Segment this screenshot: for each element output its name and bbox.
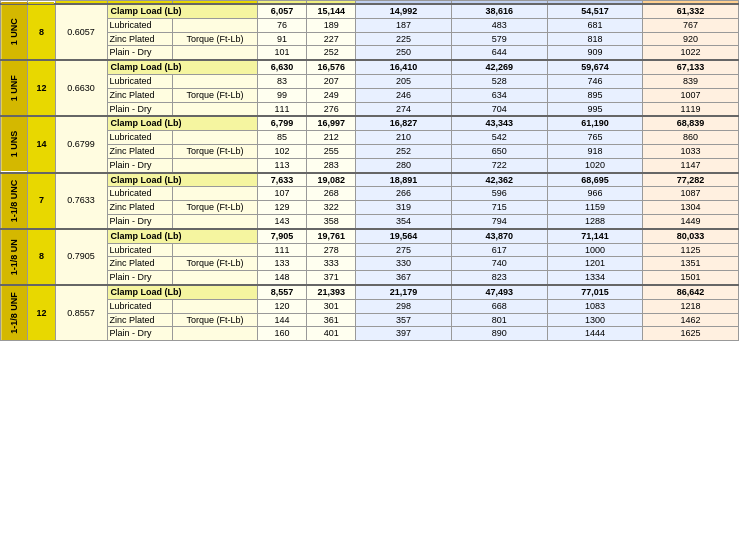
- data-cell-sae5: 528: [451, 74, 547, 88]
- coating-row: Lubricated12030129866810831218: [1, 299, 739, 313]
- data-cell-sae5: 715: [451, 201, 547, 215]
- torque-label: [173, 271, 258, 285]
- bolt-torque-table: 1 UNC80.6057Clamp Load (Lb)6,05715,14414…: [0, 0, 739, 341]
- data-cell-p10k: 111: [257, 243, 306, 257]
- tensile-cell: 0.6799: [55, 116, 107, 172]
- torque-label: [173, 243, 258, 257]
- data-cell-astm: 1462: [643, 313, 739, 327]
- data-cell-sae2: 298: [356, 299, 452, 313]
- data-cell-astm: 1304: [643, 201, 739, 215]
- coating-row: Lubricated76189187483681767: [1, 18, 739, 32]
- data-cell-sae8: 1083: [547, 299, 643, 313]
- data-cell-astm: 1449: [643, 214, 739, 228]
- data-cell-astm: 1147: [643, 158, 739, 172]
- data-cell-astm: 1119: [643, 102, 739, 116]
- data-cell-p25k: 322: [307, 201, 356, 215]
- data-cell-astm: 1625: [643, 327, 739, 341]
- clamp-value-astm: 86,642: [643, 285, 739, 299]
- data-cell-sae8: 918: [547, 144, 643, 158]
- data-cell-sae2: 354: [356, 214, 452, 228]
- data-cell-sae2: 319: [356, 201, 452, 215]
- data-cell-sae2: 397: [356, 327, 452, 341]
- data-cell-p25k: 212: [307, 131, 356, 145]
- torque-label: [173, 327, 258, 341]
- data-cell-sae8: 1300: [547, 313, 643, 327]
- data-cell-sae2: 246: [356, 88, 452, 102]
- data-cell-astm: 839: [643, 74, 739, 88]
- clamp-value-sae8: 61,190: [547, 116, 643, 130]
- main-table-container: 1 UNC80.6057Clamp Load (Lb)6,05715,14414…: [0, 0, 739, 341]
- coating-name: Plain - Dry: [107, 102, 173, 116]
- torque-label: Torque (Ft-Lb): [173, 144, 258, 158]
- data-cell-sae8: 909: [547, 46, 643, 60]
- data-cell-sae2: 280: [356, 158, 452, 172]
- torque-label: [173, 214, 258, 228]
- coating-name: Zinc Plated: [107, 257, 173, 271]
- data-cell-sae2: 210: [356, 131, 452, 145]
- data-cell-p10k: 83: [257, 74, 306, 88]
- clamp-value-astm: 68,839: [643, 116, 739, 130]
- data-cell-sae8: 1334: [547, 271, 643, 285]
- data-cell-sae2: 252: [356, 144, 452, 158]
- clamp-load-label: Clamp Load (Lb): [107, 4, 257, 18]
- data-cell-sae5: 801: [451, 313, 547, 327]
- data-cell-p10k: 148: [257, 271, 306, 285]
- clamp-load-row: 1-1/8 UNC70.7633Clamp Load (Lb)7,63319,0…: [1, 173, 739, 187]
- torque-label: [173, 74, 258, 88]
- data-cell-p10k: 120: [257, 299, 306, 313]
- clamp-value-sae8: 59,674: [547, 60, 643, 74]
- data-cell-sae8: 1444: [547, 327, 643, 341]
- coating-row: Plain - Dry14837136782313341501: [1, 271, 739, 285]
- clamp-load-label: Clamp Load (Lb): [107, 116, 257, 130]
- data-cell-sae5: 542: [451, 131, 547, 145]
- clamp-value-sae5: 43,870: [451, 229, 547, 243]
- torque-label: [173, 102, 258, 116]
- tpi-cell: 8: [28, 4, 55, 60]
- coating-row: Zinc PlatedTorque (Ft-Lb)992492466348951…: [1, 88, 739, 102]
- coating-row: Plain - Dry16040139789014441625: [1, 327, 739, 341]
- data-cell-sae5: 890: [451, 327, 547, 341]
- torque-label: [173, 299, 258, 313]
- data-cell-sae8: 995: [547, 102, 643, 116]
- data-cell-p10k: 102: [257, 144, 306, 158]
- coating-name: Lubricated: [107, 18, 173, 32]
- clamp-value-p25k: 19,761: [307, 229, 356, 243]
- tpi-cell: 7: [28, 173, 55, 229]
- clamp-load-label: Clamp Load (Lb): [107, 60, 257, 74]
- bolt-size-cell: 1 UNF: [1, 60, 28, 116]
- data-cell-p10k: 107: [257, 187, 306, 201]
- data-cell-sae5: 722: [451, 158, 547, 172]
- clamp-value-sae2: 14,992: [356, 4, 452, 18]
- coating-name: Lubricated: [107, 131, 173, 145]
- data-cell-sae8: 1288: [547, 214, 643, 228]
- bolt-size-cell: 1-1/8 UN: [1, 229, 28, 285]
- clamp-load-row: 1 UNC80.6057Clamp Load (Lb)6,05715,14414…: [1, 4, 739, 18]
- data-cell-sae8: 765: [547, 131, 643, 145]
- clamp-value-astm: 77,282: [643, 173, 739, 187]
- data-cell-p25k: 249: [307, 88, 356, 102]
- data-cell-p25k: 401: [307, 327, 356, 341]
- clamp-value-p25k: 16,576: [307, 60, 356, 74]
- bolt-size-cell: 1-1/8 UNC: [1, 173, 28, 229]
- torque-label: Torque (Ft-Lb): [173, 88, 258, 102]
- data-cell-p10k: 129: [257, 201, 306, 215]
- tensile-cell: 0.6630: [55, 60, 107, 116]
- coating-name: Zinc Plated: [107, 144, 173, 158]
- data-cell-p10k: 99: [257, 88, 306, 102]
- clamp-value-sae8: 71,141: [547, 229, 643, 243]
- clamp-value-sae5: 47,493: [451, 285, 547, 299]
- data-cell-sae5: 650: [451, 144, 547, 158]
- clamp-value-p10k: 7,905: [257, 229, 306, 243]
- data-cell-sae5: 823: [451, 271, 547, 285]
- data-cell-sae8: 1159: [547, 201, 643, 215]
- data-cell-sae2: 187: [356, 18, 452, 32]
- torque-label: Torque (Ft-Lb): [173, 313, 258, 327]
- data-cell-astm: 1501: [643, 271, 739, 285]
- clamp-value-p10k: 8,557: [257, 285, 306, 299]
- data-cell-p10k: 160: [257, 327, 306, 341]
- clamp-value-sae2: 16,410: [356, 60, 452, 74]
- clamp-load-label: Clamp Load (Lb): [107, 285, 257, 299]
- data-cell-sae2: 266: [356, 187, 452, 201]
- coating-row: Plain - Dry1112762747049951119: [1, 102, 739, 116]
- coating-name: Plain - Dry: [107, 158, 173, 172]
